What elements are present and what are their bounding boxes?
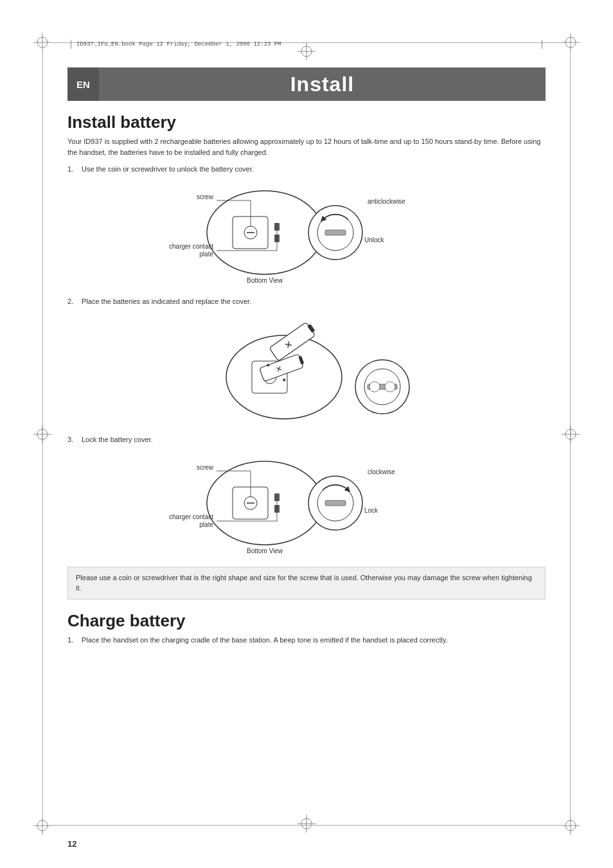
step-1: 1. Use the coin or screwdriver to unlock… (67, 164, 546, 175)
diagram-unlock-svg: screw charger contact plate anticlockwis… (146, 181, 467, 287)
svg-text:charger contact: charger contact (169, 243, 213, 250)
diagram-lock: screw charger contact plate clockwise Lo… (67, 452, 546, 558)
step-3-text: Lock the battery cover. (82, 434, 153, 445)
svg-rect-62 (325, 500, 346, 506)
page-number: 12 (67, 839, 76, 849)
install-battery-body: Your ID937 is supplied with 2 rechargeab… (67, 136, 546, 157)
svg-text:plate: plate (199, 251, 213, 258)
svg-rect-58 (274, 493, 280, 501)
corner-mark-ml (33, 425, 51, 443)
svg-text:Bottom View: Bottom View (247, 277, 283, 284)
corner-mark-mr (562, 425, 580, 443)
lang-badge: EN (67, 67, 99, 101)
diagram-lock-svg: screw charger contact plate clockwise Lo… (146, 452, 467, 558)
main-content: EN Install Install battery Your ID937 is… (67, 67, 546, 817)
corner-mark-tr (562, 33, 580, 51)
svg-text:Bottom View: Bottom View (247, 547, 283, 554)
section-install-battery: Install battery Your ID937 is supplied w… (67, 112, 546, 599)
diagram-batteries: ✕ ✕ ✦ ✦ (67, 313, 546, 425)
svg-text:screw: screw (197, 464, 214, 471)
svg-point-52 (369, 382, 380, 392)
step-2-num: 2. (67, 296, 78, 307)
svg-text:anticlockwise: anticlockwise (368, 198, 405, 205)
step-2: 2. Place the batteries as indicated and … (67, 296, 546, 307)
step-3-num: 3. (67, 434, 78, 445)
page-title: Install (99, 67, 546, 101)
charge-battery-heading: Charge battery (67, 611, 546, 631)
step-3: 3. Lock the battery cover. (67, 434, 546, 445)
charge-step-1-text: Place the handset on the charging cradle… (82, 635, 448, 646)
step-1-num: 1. (67, 164, 78, 175)
corner-mark-br (562, 817, 580, 835)
svg-text:✦: ✦ (265, 362, 271, 369)
install-battery-heading: Install battery (67, 112, 546, 132)
svg-point-53 (385, 382, 395, 392)
svg-text:clockwise: clockwise (368, 468, 395, 475)
corner-mark-bl (33, 817, 51, 835)
step-1-text: Use the coin or screwdriver to unlock th… (82, 164, 254, 175)
svg-text:✦: ✦ (281, 376, 287, 384)
svg-text:Unlock: Unlock (364, 236, 385, 244)
svg-text:plate: plate (199, 521, 213, 528)
svg-rect-22 (274, 223, 280, 231)
bottom-center-mark (298, 815, 315, 835)
note-box: Please use a coin or screwdriver that is… (67, 567, 546, 599)
diagram-batteries-svg: ✕ ✕ ✦ ✦ (184, 313, 429, 425)
charge-step-1: 1. Place the handset on the charging cra… (67, 635, 546, 646)
step-2-text: Place the batteries as indicated and rep… (82, 296, 251, 307)
title-bar: EN Install (67, 67, 546, 101)
svg-text:screw: screw (197, 193, 214, 200)
note-text: Please use a coin or screwdriver that is… (76, 574, 532, 592)
corner-mark-tl (33, 33, 51, 51)
svg-text:charger contact: charger contact (169, 513, 213, 520)
svg-rect-26 (325, 230, 346, 235)
svg-text:Lock: Lock (364, 507, 378, 514)
file-info: ID937_IFU_EN.book Page 12 Friday, Decemb… (76, 41, 281, 48)
charge-step-1-num: 1. (67, 635, 78, 646)
top-center-mark (298, 42, 315, 62)
page: ID937_IFU_EN.book Page 12 Friday, Decemb… (0, 0, 613, 868)
diagram-unlock: screw charger contact plate anticlockwis… (67, 181, 546, 287)
section-charge-battery: Charge battery 1. Place the handset on t… (67, 611, 546, 646)
